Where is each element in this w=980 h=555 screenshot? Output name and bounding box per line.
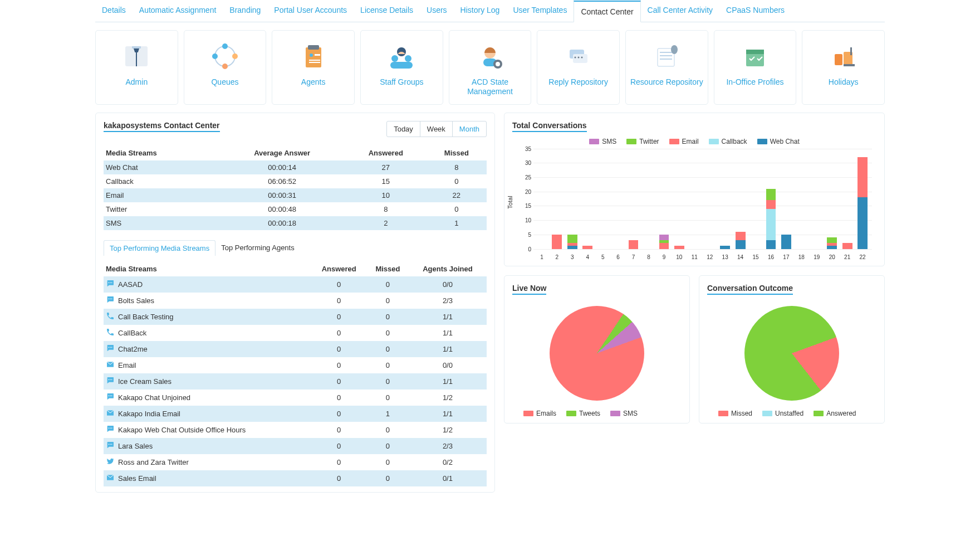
col-header: Average Answer: [219, 145, 345, 160]
legend-item: Callback: [709, 138, 747, 145]
chat-icon: [106, 344, 115, 354]
cell-missed: 1: [367, 406, 409, 422]
cell-name: Kakapo Web Chat Outside Office Hours: [104, 422, 311, 438]
cell-name: Ross and Zara Twitter: [104, 454, 311, 470]
range-month[interactable]: Month: [452, 121, 486, 137]
cell-name: Ice Cream Sales: [104, 373, 311, 390]
svg-point-48: [111, 379, 112, 380]
bar-column: [659, 235, 669, 249]
cell-name: Kakapo Chat Unjoined: [104, 390, 311, 406]
card-admin[interactable]: Admin: [95, 30, 178, 105]
inner-tabs: Top Performing Media StreamsTop Performi…: [104, 240, 487, 256]
tab-details[interactable]: Details: [95, 0, 133, 22]
cell-answered: 2: [345, 216, 427, 230]
svg-point-25: [581, 57, 582, 59]
x-tick: 20: [827, 254, 837, 260]
card-label: Admin: [99, 77, 174, 87]
cell-missed: 1: [427, 216, 487, 230]
y-tick: 30: [517, 160, 531, 166]
bar-segment: [736, 240, 746, 249]
range-today[interactable]: Today: [387, 121, 420, 137]
card-reply-repository[interactable]: Reply Repository: [537, 30, 620, 105]
tab-portal-user-accounts[interactable]: Portal User Accounts: [267, 0, 354, 22]
panel-title: kakaposystems Contact Center: [104, 121, 220, 132]
bar-segment: [629, 240, 639, 249]
svg-rect-1: [132, 46, 141, 48]
inner-tab-1[interactable]: Top Performing Agents: [215, 240, 300, 256]
legend-item: Emails: [523, 410, 556, 417]
cell-missed: 8: [427, 160, 487, 174]
y-axis-label: Total: [507, 196, 513, 208]
cell-answered: 27: [345, 160, 427, 174]
card-holidays[interactable]: Holidays: [802, 30, 885, 105]
bar-segment: [674, 246, 684, 249]
svg-point-56: [110, 444, 111, 445]
tab-contact-center[interactable]: Contact Center: [574, 1, 640, 22]
swatch-icon: [610, 411, 620, 416]
chat-icon: [106, 392, 115, 403]
cell-missed: 0: [367, 325, 409, 341]
tab-cpaas-numbers[interactable]: CPaaS Numbers: [719, 0, 791, 22]
mail-icon: [106, 408, 115, 419]
card-icon: [188, 41, 263, 72]
cell-name: Chat2me: [104, 341, 311, 357]
range-week[interactable]: Week: [420, 121, 452, 137]
cell-name: Kakapo India Email: [104, 406, 311, 422]
inner-tab-0[interactable]: Top Performing Media Streams: [104, 240, 215, 256]
card-in-office-profiles[interactable]: In-Office Profiles: [714, 30, 797, 105]
cell-name: Call Back Testing: [104, 309, 311, 325]
table-row: Lara Sales002/3: [104, 438, 487, 454]
cell-missed: 0: [367, 293, 409, 309]
cell-answered: 0: [311, 293, 367, 309]
card-resource-repository[interactable]: Resource Repository: [625, 30, 708, 105]
legend-label: Twitter: [639, 138, 659, 145]
svg-rect-10: [315, 54, 320, 56]
x-tick: 10: [674, 254, 684, 260]
bar-segment: [766, 200, 776, 208]
svg-point-6: [212, 53, 218, 59]
bar-column: [736, 232, 746, 249]
tab-history-log[interactable]: History Log: [454, 0, 507, 22]
cell-name: SMS: [104, 216, 219, 230]
cell-missed: 0: [367, 390, 409, 406]
card-acd-state-management[interactable]: ACD State Management: [449, 30, 532, 105]
legend-item: Twitter: [626, 138, 659, 145]
card-staff-groups[interactable]: Staff Groups: [360, 30, 443, 105]
cell-missed: 0: [367, 309, 409, 325]
card-queues[interactable]: Queues: [184, 30, 267, 105]
legend-item: Email: [669, 138, 699, 145]
cell-answered: 0: [311, 357, 367, 373]
tab-users[interactable]: Users: [420, 0, 454, 22]
bar-segment: [582, 246, 592, 249]
tab-license-details[interactable]: License Details: [354, 0, 420, 22]
bar-segment: [827, 237, 837, 243]
legend-label: SMS: [623, 410, 638, 417]
tab-call-center-activity[interactable]: Call Center Activity: [641, 0, 719, 22]
cell-avg: 06:06:52: [219, 174, 345, 188]
x-tick: 7: [629, 254, 639, 260]
card-agents[interactable]: Agents: [272, 30, 355, 105]
card-icon: [364, 41, 439, 72]
col-header: Missed: [367, 261, 409, 276]
tab-user-templates[interactable]: User Templates: [506, 0, 574, 22]
cell-answered: 0: [311, 470, 367, 486]
swatch-icon: [814, 411, 824, 416]
tab-automatic-assignment[interactable]: Automatic Assignment: [133, 0, 223, 22]
chat-icon: [106, 441, 115, 451]
panel-title: Live Now: [512, 284, 546, 295]
pie-chart-live-now: [550, 306, 644, 401]
svg-point-46: [109, 379, 110, 380]
table-row: Bolts Sales002/3: [104, 293, 487, 309]
bar-segment: [659, 243, 669, 249]
table-row: Kakapo Web Chat Outside Office Hours001/…: [104, 422, 487, 438]
svg-point-49: [109, 395, 110, 396]
legend-item: Unstaffed: [762, 410, 803, 417]
col-header: Answered: [311, 261, 367, 276]
time-range: TodayWeekMonth: [386, 121, 487, 137]
legend-label: Callback: [722, 138, 747, 145]
legend-label: Email: [682, 138, 699, 145]
x-tick: 14: [736, 254, 746, 260]
panel-title: Total Conversations: [512, 121, 587, 132]
svg-rect-28: [660, 55, 672, 56]
tab-branding[interactable]: Branding: [223, 0, 267, 22]
